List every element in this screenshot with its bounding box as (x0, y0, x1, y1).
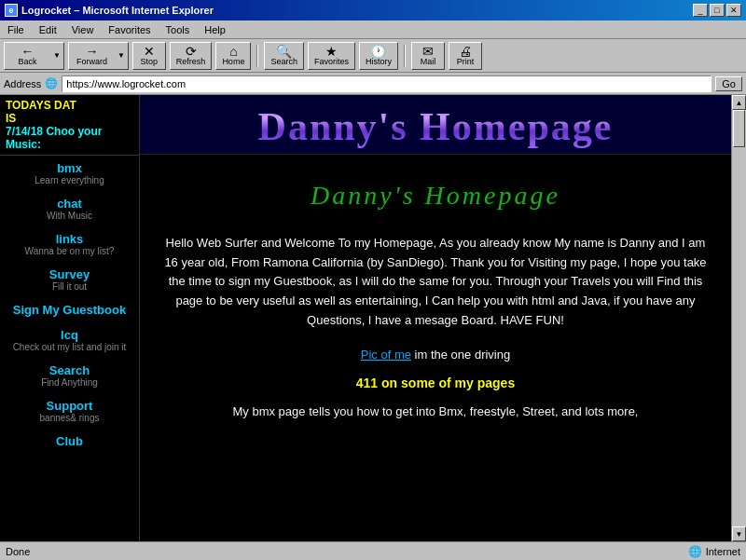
refresh-button[interactable]: ⟳ Refresh (170, 42, 213, 70)
home-icon: ⌂ (229, 45, 237, 58)
print-icon: 🖨 (459, 45, 472, 58)
back-label: Back (18, 58, 36, 66)
sidebar-date-box: TODAYS DAT IS 7/14/18 Choo your Music: (0, 95, 139, 156)
address-bar: Address 🌐 Go (0, 73, 746, 95)
address-input[interactable] (62, 75, 711, 92)
window-title: Logrocket – Microsoft Internet Explorer (21, 5, 214, 16)
site-header: Danny's Homepage (140, 95, 731, 155)
refresh-icon: ⟳ (186, 45, 197, 58)
sidebar-item-search[interactable]: Search Find Anything (0, 363, 139, 388)
zone-label: Internet (706, 546, 740, 557)
history-button[interactable]: 🕐 History (359, 42, 398, 70)
pic-link[interactable]: Pic of me (361, 348, 411, 362)
history-icon: 🕐 (370, 45, 386, 58)
minimize-button[interactable]: _ (693, 4, 708, 17)
menu-help[interactable]: Help (200, 23, 229, 36)
sidebar-item-survey[interactable]: Survey Fill it out (0, 267, 139, 292)
back-icon: ← (21, 45, 35, 58)
toolbar: ← Back ▼ → Forward ▼ ✕ Stop ⟳ Refresh ⌂ … (0, 39, 746, 73)
home-label: Home (222, 58, 244, 66)
toolbar-separator-1 (256, 45, 258, 67)
search-icon: 🔍 (276, 45, 292, 58)
subtitle-text: Danny's Homepage (159, 170, 712, 225)
favorites-label: Favorites (314, 58, 349, 66)
pages-411: 411 on some of my pages (159, 373, 712, 393)
sidebar-item-guestbook[interactable]: Sign My Guestbook (0, 303, 139, 317)
favorites-button[interactable]: ★ Favorites (308, 42, 355, 70)
forward-nav-group: → Forward ▼ (68, 42, 129, 70)
today-date-label: TODAYS DAT (6, 99, 133, 112)
history-label: History (366, 58, 392, 66)
menu-file[interactable]: File (4, 23, 28, 36)
back-nav-group: ← Back ▼ (4, 42, 64, 70)
forward-icon: → (85, 45, 98, 58)
scroll-up-button[interactable]: ▲ (732, 95, 746, 110)
toolbar-separator-2 (404, 45, 406, 67)
scroll-down-button[interactable]: ▼ (732, 526, 746, 541)
address-label: Address (4, 78, 41, 89)
sidebar-item-bmx[interactable]: bmx Learn everything (0, 161, 139, 185)
vertical-scrollbar[interactable]: ▲ ▼ (731, 95, 746, 541)
scroll-thumb[interactable] (733, 110, 745, 147)
title-bar: e Logrocket – Microsoft Internet Explore… (0, 0, 746, 20)
print-button[interactable]: 🖨 Print (449, 42, 482, 70)
refresh-label: Refresh (176, 58, 206, 66)
app-icon: e (5, 4, 18, 17)
internet-icon: 🌐 (688, 545, 702, 558)
favorites-icon: ★ (325, 45, 338, 58)
forward-label: Forward (76, 58, 107, 66)
menu-tools[interactable]: Tools (162, 23, 194, 36)
sidebar: TODAYS DAT IS 7/14/18 Choo your Music: b… (0, 95, 140, 541)
go-button[interactable]: Go (715, 76, 742, 91)
mail-button[interactable]: ✉ Mail (411, 42, 445, 70)
menu-favorites[interactable]: Favorites (104, 23, 154, 36)
sidebar-item-support[interactable]: Support bannes& rings (0, 399, 139, 423)
sidebar-item-links[interactable]: links Wanna be on my list? (0, 232, 139, 256)
sidebar-item-icq[interactable]: Icq Check out my list and join it (0, 328, 139, 352)
close-button[interactable]: ✕ (726, 4, 741, 17)
main-body: Danny's Homepage Hello Web Surfer and We… (140, 155, 731, 437)
scroll-track (732, 110, 746, 526)
pic-line: Pic of me im the one driving (159, 346, 712, 365)
main-content: Danny's Homepage Danny's Homepage Hello … (140, 95, 731, 541)
stop-label: Stop (141, 58, 159, 66)
back-button[interactable]: ← Back (4, 42, 50, 70)
status-bar: Done 🌐 Internet (0, 541, 746, 560)
menu-edit[interactable]: Edit (35, 23, 61, 36)
status-text: Done (6, 546, 30, 557)
window-controls: _ □ ✕ (693, 4, 741, 17)
menu-bar: File Edit View Favorites Tools Help (0, 20, 746, 39)
maximize-button[interactable]: □ (710, 4, 725, 17)
sidebar-nav: bmx Learn everything chat With Music lin… (0, 156, 139, 465)
today-date-value: 7/14/18 Choo your Music: (6, 125, 133, 151)
search-button[interactable]: 🔍 Search (264, 42, 304, 70)
sidebar-item-chat[interactable]: chat With Music (0, 197, 139, 221)
mail-icon: ✉ (422, 45, 434, 58)
back-dropdown[interactable]: ▼ (50, 42, 64, 70)
header-title: Danny's Homepage (140, 104, 731, 149)
stop-button[interactable]: ✕ Stop (132, 42, 166, 70)
browser-content: TODAYS DAT IS 7/14/18 Choo your Music: b… (0, 95, 746, 541)
menu-view[interactable]: View (68, 23, 98, 36)
bmx-line: My bmx page tells you how to get into Bm… (159, 403, 712, 422)
mail-label: Mail (421, 58, 436, 66)
forward-button[interactable]: → Forward (68, 42, 115, 70)
today-is-label: IS (6, 112, 133, 125)
welcome-paragraph: Hello Web Surfer and Welcome To my Homep… (159, 234, 712, 331)
pic-rest-text: im the one driving (411, 348, 510, 362)
stop-icon: ✕ (144, 45, 155, 58)
forward-dropdown[interactable]: ▼ (115, 42, 129, 70)
print-label: Print (457, 58, 475, 66)
status-zone: 🌐 Internet (688, 545, 740, 558)
home-button[interactable]: ⌂ Home (215, 42, 251, 70)
sidebar-item-club[interactable]: Club (0, 434, 139, 448)
search-label: Search (270, 58, 297, 66)
